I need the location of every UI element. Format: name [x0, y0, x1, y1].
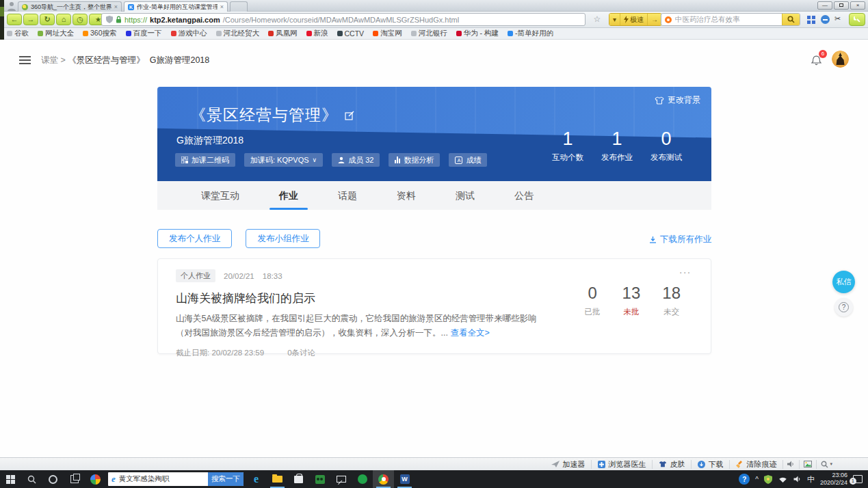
breadcrumb-course[interactable]: 《景区经营与管理》 — [68, 55, 145, 65]
zoom-control-icon[interactable]: ▾ — [816, 460, 837, 469]
volume-icon[interactable] — [793, 476, 802, 483]
close-button[interactable]: × — [850, 1, 865, 10]
microsoft-store-icon[interactable] — [288, 470, 309, 488]
forward-button[interactable]: → — [23, 14, 38, 25]
green-app-icon[interactable] — [352, 470, 373, 488]
tab-close-icon[interactable]: × — [220, 3, 224, 10]
wifi-icon[interactable] — [778, 476, 788, 483]
browser-profile-icon[interactable] — [6, 1, 18, 11]
bookmark-item[interactable]: 新浪 — [306, 29, 328, 38]
sidebar-handle[interactable] — [0, 0, 4, 40]
accelerator-button[interactable]: 加速器 — [545, 460, 591, 469]
browser-360-icon[interactable] — [373, 470, 394, 488]
pinwheel-app-icon[interactable] — [85, 470, 106, 488]
back-button[interactable]: ← — [7, 14, 22, 25]
tab-announcements[interactable]: 公告 — [510, 181, 538, 210]
search-submit-button[interactable] — [782, 13, 800, 26]
task-view-icon[interactable] — [64, 470, 85, 488]
bookmark-item[interactable]: CCTV — [337, 29, 365, 38]
edit-title-icon[interactable] — [345, 111, 354, 120]
taskbar-search-go-button[interactable]: 搜索一下 — [208, 472, 244, 486]
user-avatar[interactable] — [832, 51, 849, 68]
refresh-button[interactable]: ↻ — [40, 14, 55, 25]
start-button[interactable] — [0, 470, 21, 488]
breadcrumb-root[interactable]: 课堂 — [41, 55, 58, 65]
tab-classroom-interaction[interactable]: 课堂互动 — [197, 181, 244, 210]
tab-homework[interactable]: 作业 — [275, 181, 302, 210]
mail-icon[interactable] — [330, 470, 352, 488]
file-explorer-icon[interactable] — [267, 470, 288, 488]
tools-wrench-icon[interactable] — [849, 13, 865, 26]
data-analysis-button[interactable]: 数据分析 — [389, 153, 440, 167]
hidden-icons-caret[interactable]: ^ — [755, 476, 759, 483]
speed-caret-icon[interactable]: ▾ — [609, 14, 620, 25]
notification-bell-icon[interactable]: 6 — [811, 53, 823, 67]
home-button[interactable]: ⌂ — [56, 14, 71, 25]
ime-indicator[interactable]: 中 — [807, 474, 815, 485]
help-button[interactable]: ? — [834, 298, 853, 316]
bookmark-item[interactable]: 谷歌 — [7, 29, 29, 38]
adblock-icon[interactable] — [821, 15, 830, 24]
new-tab-button[interactable] — [230, 1, 248, 12]
screenshot-scissors-icon[interactable]: ✂ — [834, 14, 841, 23]
homework-card[interactable]: ... 个人作业 20/02/21 18:33 山海关被摘牌给我们的启示 山海关… — [157, 258, 711, 354]
binoculars-app-icon[interactable] — [309, 470, 330, 488]
security-shield-icon[interactable] — [764, 475, 772, 484]
join-qrcode-button[interactable]: 加课二维码 — [175, 153, 235, 167]
taskbar-search-query[interactable]: 黄文军感染殉职 — [119, 474, 208, 484]
taskbar-web-search-box[interactable]: e 黄文军感染殉职 搜索一下 — [108, 472, 244, 486]
grades-button[interactable]: A 成绩 — [449, 153, 487, 167]
publish-personal-homework-button[interactable]: 发布个人作业 — [157, 229, 232, 248]
taskbar-clock[interactable]: 23:06 2020/2/24 — [820, 472, 847, 487]
taskbar-search-icon[interactable] — [21, 470, 42, 488]
change-background-button[interactable]: 更改背景 — [655, 94, 700, 106]
media-sniffer-icon[interactable] — [799, 460, 816, 469]
download-manager-button[interactable]: 下载 — [691, 460, 729, 469]
stat-graded[interactable]: 0 已批 — [585, 284, 601, 317]
speed-mode-control[interactable]: ▾ 极速 → — [609, 13, 662, 26]
history-button[interactable]: ◷ — [73, 14, 88, 25]
speed-go-icon[interactable]: → — [647, 14, 661, 25]
minimize-button[interactable]: — — [817, 1, 832, 10]
menu-hamburger-icon[interactable] — [19, 56, 31, 66]
bookmark-item[interactable]: 百度一下 — [126, 29, 162, 38]
speaker-icon[interactable] — [782, 460, 799, 469]
bookmark-item[interactable]: 网址大全 — [38, 29, 74, 38]
bookmark-item[interactable]: 360搜索 — [83, 29, 117, 38]
clear-traces-button[interactable]: 清除痕迹 — [729, 460, 782, 469]
tab-topics[interactable]: 话题 — [334, 181, 361, 210]
tab-materials[interactable]: 资料 — [393, 181, 420, 210]
bookmark-item[interactable]: 河北经贸大 — [216, 29, 260, 38]
browser-tab-360nav[interactable]: 360导航_一个主页，整个世界 × — [18, 1, 122, 12]
join-code-dropdown[interactable]: 加课码: KQPVQS ∨ — [244, 153, 323, 167]
bookmark-item[interactable]: -简单好用的 — [508, 29, 553, 38]
bookmark-star-icon[interactable]: ☆ — [590, 13, 605, 26]
browser-doctor-button[interactable]: 浏览器医生 — [591, 460, 652, 469]
bookmark-item[interactable]: 淘宝网 — [373, 29, 402, 38]
tab-close-icon[interactable]: × — [114, 3, 118, 10]
tab-tests[interactable]: 测试 — [451, 181, 479, 210]
cortana-icon[interactable] — [42, 470, 64, 488]
bookmark-item[interactable]: 华为 - 构建 — [456, 29, 499, 38]
browser-tab-ketangpai[interactable]: K 作业-简单好用的互动课堂管理工 × — [124, 1, 228, 12]
app-grid-icon[interactable] — [807, 16, 815, 24]
action-center-icon[interactable]: 1 — [853, 475, 863, 483]
address-bar[interactable]: https://ktp2.ketangpai.com/Course/Homewo… — [101, 13, 586, 26]
members-button[interactable]: 成员 32 — [332, 153, 380, 167]
stat-ungraded[interactable]: 13 未批 — [622, 284, 641, 317]
homework-title[interactable]: 山海关被摘牌给我们的启示 — [176, 290, 559, 306]
bookmark-item[interactable]: 游戏中心 — [171, 29, 207, 38]
tray-help-icon[interactable]: ? — [739, 474, 750, 485]
edge-icon[interactable]: e — [246, 470, 267, 488]
maximize-button[interactable] — [834, 1, 849, 10]
read-more-link[interactable]: 查看全文> — [450, 328, 489, 338]
browser-search-box[interactable]: 中医药治疗总有效率 — [661, 13, 800, 26]
private-message-button[interactable]: 私信 — [832, 271, 855, 293]
stat-not-submitted[interactable]: 18 未交 — [662, 284, 681, 317]
homework-comments-count[interactable]: 0条讨论 — [287, 348, 315, 358]
skin-button[interactable]: 皮肤 — [652, 460, 691, 469]
publish-group-homework-button[interactable]: 发布小组作业 — [246, 229, 320, 248]
card-more-icon[interactable]: ... — [679, 265, 692, 275]
bookmark-item[interactable]: 凤凰网 — [268, 29, 298, 38]
bookmark-item[interactable]: 河北银行 — [411, 29, 447, 38]
